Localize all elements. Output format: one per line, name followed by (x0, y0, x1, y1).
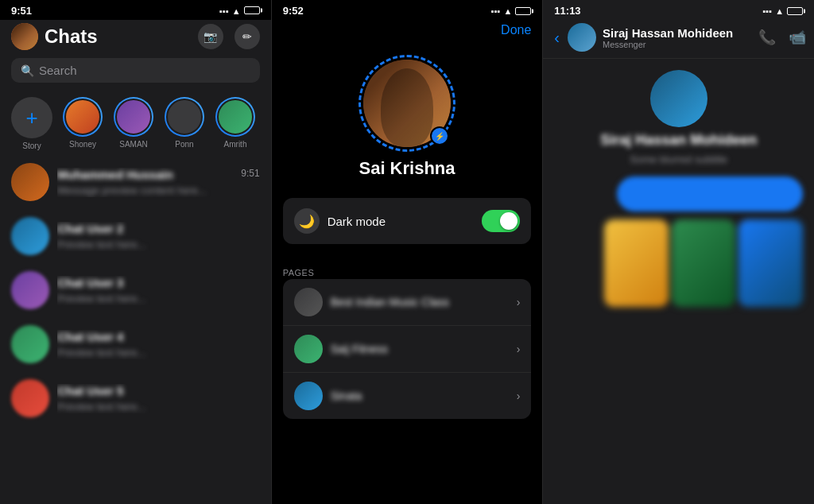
chat-item-5[interactable]: Chat User 5 Preview text here... (0, 371, 271, 425)
chat-info-1: Muhammed Hussain 9:51 Message preview co… (57, 168, 260, 197)
page-name-1: Best Indian Music Class (331, 296, 449, 308)
dark-mode-section: 🌙 Dark mode (283, 198, 532, 244)
chat-list: Muhammed Hussain 9:51 Message preview co… (0, 155, 271, 504)
page-row-3[interactable]: Sinata › (283, 372, 532, 419)
message-bubble-1 (617, 176, 804, 211)
contact-avatar-image (568, 23, 596, 52)
contact-text: Siraj Hassan Mohideen Messenger (603, 26, 754, 49)
story-ring-2 (114, 97, 153, 137)
chat-item-2[interactable]: Chat User 2 Preview text here... (0, 209, 271, 263)
story-add-label: Story (22, 142, 41, 150)
wifi-icon-p3: ▲ (775, 6, 784, 16)
battery-icon-p3 (787, 7, 803, 15)
avatar-img-3 (11, 271, 49, 309)
back-button[interactable]: ‹ (551, 27, 563, 48)
detail-contact-name: Siraj Hassan Mohideen (600, 132, 757, 149)
chat-item-3[interactable]: Chat User 3 Preview text here... (0, 263, 271, 317)
chat-name-row-4: Chat User 4 (57, 330, 260, 343)
done-button[interactable]: Done (501, 23, 531, 37)
page-row-1[interactable]: Best Indian Music Class › (283, 279, 532, 325)
page-avatar-3 (294, 382, 323, 410)
story-avatar-3 (166, 99, 203, 135)
profile-section: ⚡ Sai Krishna (272, 44, 543, 198)
search-bar[interactable]: 🔍 Search (11, 58, 260, 83)
story-item-1[interactable]: Shoney (62, 97, 103, 149)
chat-messages: Siraj Hassan Mohideen Some blurred subti… (543, 59, 814, 504)
chat-avatar-1 (11, 163, 49, 201)
time-panel1: 9:51 (11, 5, 32, 17)
chat-preview-5: Preview text here... (57, 401, 145, 413)
image-thumb-2 (672, 219, 736, 307)
dark-mode-row[interactable]: 🌙 Dark mode (283, 198, 532, 244)
chat-preview-1: Message preview content here... (57, 184, 207, 196)
chat-name-row-2: Chat User 2 (57, 222, 260, 235)
page-row-2[interactable]: Saij Fitness › (283, 325, 532, 372)
chat-detail-avatar (650, 70, 707, 127)
battery-icon (244, 6, 260, 14)
profile-panel: 9:52 ▪▪▪ ▲ Done ⚡ Sai Krishna (271, 0, 543, 504)
story-item-2[interactable]: SAMAN (113, 97, 154, 149)
story-item-4[interactable]: Amrith (215, 97, 256, 149)
signal-icon-p2: ▪▪▪ (491, 6, 501, 16)
battery-container (244, 6, 260, 16)
chat-info-2: Chat User 2 Preview text here... (57, 222, 260, 251)
profile-header: Done (272, 20, 543, 44)
page-info-3: Sinata (331, 389, 509, 403)
chat-item-1[interactable]: Muhammed Hussain 9:51 Message preview co… (0, 155, 271, 209)
header-actions: 📞 📹 (758, 29, 806, 46)
chat-name-4: Chat User 4 (57, 330, 123, 343)
phone-button[interactable]: 📞 (758, 29, 776, 46)
dark-mode-toggle[interactable] (482, 210, 520, 232)
chat-name-row-5: Chat User 5 (57, 384, 260, 397)
page-avatar-1 (294, 288, 323, 316)
chat-avatar-5 (11, 379, 49, 417)
compose-button[interactable]: ✏ (235, 24, 260, 49)
video-button[interactable]: 📹 (789, 29, 806, 46)
search-placeholder: Search (39, 64, 77, 77)
avatar-img-5 (11, 379, 49, 417)
chat-item-4[interactable]: Chat User 4 Preview text here... (0, 317, 271, 371)
story-ring-3 (165, 97, 204, 137)
page-avatar-2 (294, 335, 323, 363)
story-avatar-1 (64, 99, 101, 135)
status-icons-panel3: ▪▪▪ ▲ (762, 6, 803, 16)
signal-icon-p3: ▪▪▪ (762, 6, 772, 16)
story-label-2: SAMAN (119, 140, 148, 149)
chats-panel: 9:51 ▪▪▪ ▲ Chats 📷 (0, 0, 271, 504)
title-row: Chats 📷 ✏ (11, 23, 260, 50)
user-avatar[interactable] (11, 23, 38, 50)
chat-preview-4: Preview text here... (57, 347, 145, 359)
chat-name-row-3: Chat User 3 (57, 276, 260, 289)
story-item-3[interactable]: Ponn (164, 97, 205, 149)
pages-header: PAGES (272, 257, 543, 279)
page-name-2: Saij Fitness (331, 343, 388, 355)
pages-section: Best Indian Music Class › Saij Fitness ›… (283, 279, 532, 419)
status-icons-panel2: ▪▪▪ ▲ (491, 6, 532, 16)
time-panel3: 11:13 (554, 5, 580, 17)
status-bar-panel1: 9:51 ▪▪▪ ▲ (0, 0, 271, 20)
messenger-icon: ⚡ (435, 132, 444, 141)
time-panel2: 9:52 (283, 5, 304, 17)
page-info-1: Best Indian Music Class (331, 295, 509, 309)
chat-preview-3: Preview text here... (57, 293, 145, 304)
chat-avatar-2 (11, 217, 49, 255)
compose-icon: ✏ (242, 30, 252, 43)
battery-icon-p2 (515, 7, 531, 15)
chats-title: Chats (45, 25, 98, 48)
wifi-icon: ▲ (232, 6, 241, 16)
messenger-badge: ⚡ (430, 126, 449, 145)
page-name-3: Sinata (331, 390, 362, 402)
story-label-3: Ponn (175, 140, 193, 149)
story-avatar-4 (217, 99, 254, 135)
avatar-img-1 (11, 163, 49, 201)
search-icon: 🔍 (21, 64, 34, 77)
camera-button[interactable]: 📷 (198, 24, 223, 49)
story-add[interactable]: + Story (11, 97, 52, 150)
status-bar-panel2: 9:52 ▪▪▪ ▲ (272, 0, 543, 20)
fade-overlay (0, 440, 271, 504)
contact-name: Siraj Hassan Mohideen (603, 26, 754, 40)
wifi-icon-p2: ▲ (503, 6, 512, 16)
status-icons-panel1: ▪▪▪ ▲ (219, 6, 260, 16)
chevron-icon-1: › (517, 296, 521, 308)
profile-name: Sai Krishna (359, 158, 455, 179)
